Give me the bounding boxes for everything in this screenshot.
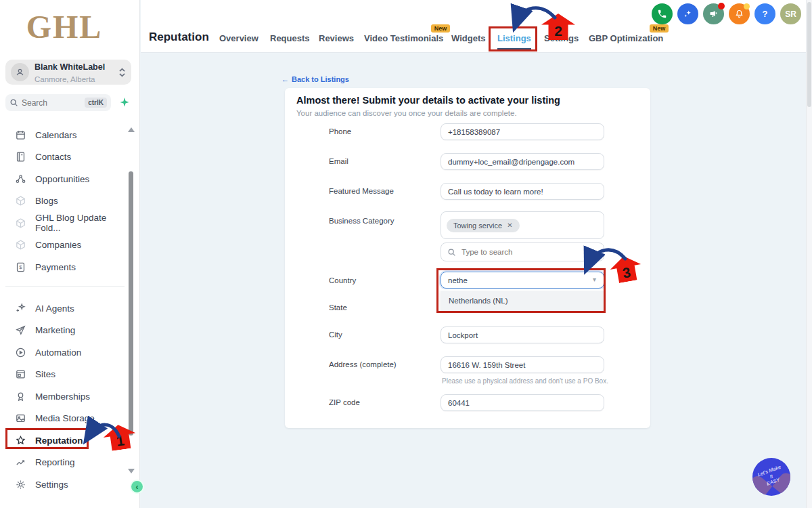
search-icon	[447, 248, 456, 257]
sidebar-item-reporting[interactable]: Reporting	[0, 452, 129, 474]
tab-overview[interactable]: Overview	[219, 33, 258, 43]
cube-icon	[15, 239, 26, 251]
tab-gbp-optimization[interactable]: GBP Optimization New	[589, 33, 663, 43]
business-category-field[interactable]: Towing service ✕	[441, 211, 604, 239]
address-field[interactable]	[441, 356, 604, 373]
zip-label: ZIP code	[329, 398, 360, 406]
back-to-listings-link[interactable]: ← Back to Listings	[281, 75, 349, 83]
search-shortcut-badge: ctrlK	[85, 98, 107, 108]
sidebar-collapse-button[interactable]: ‹	[130, 480, 144, 494]
search-input[interactable]	[22, 98, 80, 108]
brand-logo: GHL	[0, 8, 129, 45]
card-title: Almost there! Submit your details to act…	[296, 95, 560, 106]
help-button[interactable]: ?	[754, 3, 775, 24]
megaphone-icon	[708, 9, 719, 19]
category-search-input[interactable]	[461, 248, 594, 256]
search-icon	[9, 98, 18, 107]
calendar-icon	[15, 129, 26, 141]
remove-tag-icon[interactable]: ✕	[507, 221, 512, 229]
chevron-down-icon: ▾	[594, 249, 597, 256]
zip-field[interactable]	[441, 394, 604, 411]
address-label: Address (complete)	[329, 360, 397, 368]
country-field[interactable]	[441, 272, 604, 289]
sidebar-item-opportunities[interactable]: Opportunities	[0, 168, 129, 190]
avatar[interactable]: SR	[780, 3, 801, 24]
account-location: Canmore, Alberta	[35, 75, 95, 83]
chevron-down-icon: ▾	[593, 276, 596, 283]
email-label: Email	[329, 157, 348, 165]
sidebar-item-media-storage[interactable]: Media Storage	[0, 408, 129, 430]
tab-reviews[interactable]: Reviews	[319, 33, 354, 43]
send-icon	[15, 324, 26, 336]
sidebar-item-ghl-blog-update[interactable]: GHL Blog Update Fold...	[0, 212, 129, 234]
topbar-actions: ? SR	[652, 3, 801, 24]
payments-icon: $	[15, 261, 26, 273]
tab-listings[interactable]: Listings	[497, 33, 531, 43]
address-helper-text: Please use a physical address and don't …	[442, 377, 608, 385]
ai-sparkle-icon[interactable]	[119, 97, 131, 109]
sidebar-item-sites[interactable]: Sites	[0, 364, 129, 386]
announcements-button[interactable]	[703, 3, 724, 24]
svg-text:$: $	[19, 264, 22, 270]
star-icon	[15, 435, 26, 446]
sidebar-item-payments[interactable]: $ Payments	[0, 256, 129, 278]
phone-field[interactable]	[441, 123, 604, 140]
sidebar-item-companies[interactable]: Companies	[0, 234, 129, 257]
account-switcher[interactable]: Blank WhiteLabel Canmore, Alberta	[5, 60, 131, 85]
city-field[interactable]	[441, 326, 604, 343]
gear-icon	[15, 479, 26, 490]
opportunities-icon	[15, 173, 26, 185]
listing-details-card: Almost there! Submit your details to act…	[285, 88, 650, 428]
play-circle-icon	[15, 347, 26, 358]
notifications-button[interactable]	[729, 3, 750, 24]
sidebar-item-settings[interactable]: Settings	[0, 473, 129, 496]
page-title: Reputation	[149, 30, 209, 44]
sidebar-item-ai-agents[interactable]: AI Agents	[0, 297, 129, 320]
scroll-down-icon[interactable]	[128, 469, 135, 473]
account-avatar-icon	[11, 63, 29, 81]
country-option-netherlands[interactable]: Netherlands (NL)	[441, 291, 604, 311]
tab-video-testimonials[interactable]: Video Testimonials New	[364, 33, 443, 43]
scroll-up-icon[interactable]	[128, 127, 135, 132]
category-search-select[interactable]: ▾	[441, 242, 604, 261]
tab-settings[interactable]: Settings	[544, 33, 579, 43]
country-label: Country	[329, 276, 356, 284]
state-label: State	[329, 303, 347, 312]
sidebar-scrollbar-thumb[interactable]	[129, 171, 133, 436]
notification-dot	[718, 3, 725, 9]
sidebar: GHL Blank WhiteLabel Canmore, Alberta ct…	[0, 0, 140, 508]
sidebar-item-memberships[interactable]: Memberships	[0, 385, 129, 408]
tab-widgets[interactable]: Widgets	[451, 33, 485, 43]
sidebar-item-marketing[interactable]: Marketing	[0, 320, 129, 342]
sidebar-item-calendars[interactable]: Calendars	[0, 124, 129, 146]
featured-message-field[interactable]	[441, 183, 604, 200]
notification-notch	[744, 3, 750, 9]
sidebar-item-contacts[interactable]: Contacts	[0, 146, 129, 169]
chevron-left-icon: ‹	[136, 482, 139, 492]
chevron-updown-icon	[118, 67, 126, 78]
arrow-left-icon: ←	[281, 75, 289, 83]
topbar: Reputation Overview Requests Reviews Vid…	[141, 0, 812, 53]
featured-message-label: Featured Message	[329, 187, 394, 195]
question-icon: ?	[763, 9, 768, 19]
browser-icon	[15, 368, 26, 380]
trend-icon	[15, 457, 26, 468]
phone-button[interactable]	[652, 3, 673, 24]
phone-label: Phone	[329, 127, 351, 135]
card-subtitle: Your audience can discover you once your…	[296, 109, 517, 117]
sidebar-item-automation[interactable]: Automation	[0, 341, 129, 364]
sidebar-item-blogs[interactable]: Blogs	[0, 190, 129, 213]
contacts-book-icon	[15, 151, 26, 163]
sidebar-item-reputation[interactable]: Reputation	[0, 429, 129, 452]
cube-icon	[15, 217, 26, 229]
email-field[interactable]	[441, 153, 604, 170]
tab-requests[interactable]: Requests	[270, 33, 310, 43]
image-icon	[15, 412, 26, 424]
ai-assist-button[interactable]	[677, 3, 698, 24]
sparkles-icon	[683, 9, 693, 19]
search-box[interactable]: ctrlK	[5, 94, 111, 111]
lets-make-it-easy-badge: Let's Make It EASY	[752, 458, 790, 496]
sidebar-divider	[5, 286, 125, 287]
window-scrollbar-thumb[interactable]	[807, 2, 811, 107]
window-scrollbar	[806, 0, 812, 508]
